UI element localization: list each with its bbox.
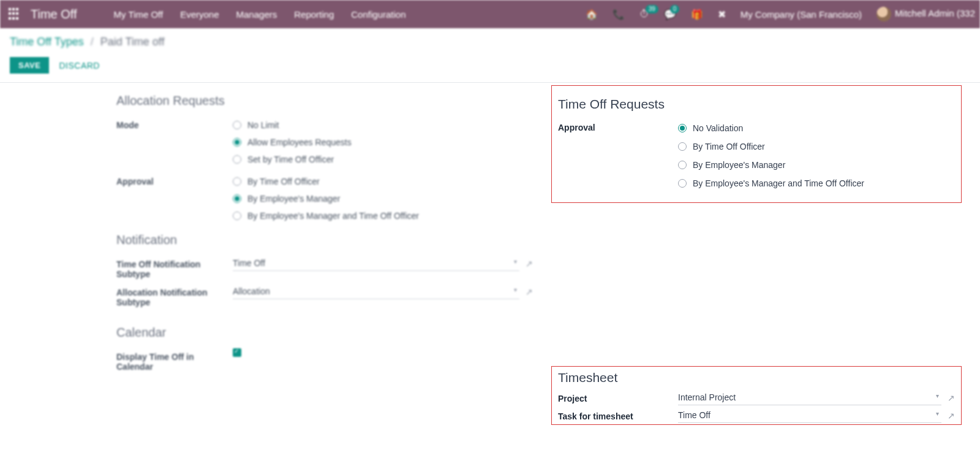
highlight-time-off-requests: Time Off Requests Approval No Validation… (551, 85, 962, 203)
timer-badge: 39 (646, 5, 658, 13)
input-notif-timeoff[interactable]: Time Off (233, 256, 519, 271)
radio-alloc-by-officer[interactable]: By Time Off Officer (233, 173, 533, 190)
radio-allow-employees[interactable]: Allow Employees Requests (233, 134, 533, 151)
chat-icon[interactable]: 💬0 (664, 9, 676, 20)
nav-managers[interactable]: Managers (236, 9, 277, 20)
highlight-timesheet: Timesheet Project Internal Project ↗ Tas… (551, 366, 962, 425)
control-panel: Time Off Types / Paid Time off SAVE DISC… (0, 28, 980, 78)
discard-button[interactable]: DISCARD (59, 61, 100, 71)
radio-by-manager[interactable]: By Employee's Manager (678, 156, 955, 174)
label-mode: Mode (116, 116, 233, 130)
top-nav: Time Off My Time Off Everyone Managers R… (0, 0, 980, 28)
label-project: Project (558, 390, 678, 403)
label-request-approval: Approval (558, 119, 678, 132)
avatar (876, 7, 891, 21)
left-column: Allocation Requests Mode No Limit Allow … (116, 85, 533, 437)
company-switcher[interactable]: My Company (San Francisco) (741, 9, 862, 20)
user-menu[interactable]: Mitchell Admin (332 (876, 7, 975, 21)
home-icon[interactable]: 🏠 (586, 9, 598, 20)
apps-icon[interactable] (9, 8, 21, 20)
section-timesheet: Timesheet (558, 370, 955, 385)
form-body: Allocation Requests Mode No Limit Allow … (0, 83, 980, 437)
breadcrumb: Time Off Types / Paid Time off (10, 36, 970, 48)
radio-alloc-by-manager[interactable]: By Employee's Manager (233, 190, 533, 207)
input-project[interactable]: Internal Project (678, 390, 941, 405)
breadcrumb-parent[interactable]: Time Off Types (10, 36, 84, 48)
right-column: Time Off Requests Approval No Validation… (551, 85, 980, 437)
label-alloc-approval: Approval (116, 173, 233, 186)
nav-right: 🏠 📞 ⏱39 💬0 🎁 ✖ My Company (San Francisco… (586, 7, 975, 21)
nav-menu: My Time Off Everyone Managers Reporting … (114, 9, 406, 20)
nav-reporting[interactable]: Reporting (294, 9, 334, 20)
save-button[interactable]: SAVE (10, 57, 49, 74)
nav-everyone[interactable]: Everyone (180, 9, 219, 20)
chat-badge: 0 (670, 5, 680, 13)
phone-icon[interactable]: 📞 (612, 9, 625, 20)
label-display-calendar: Display Time Off in Calendar (116, 348, 233, 372)
app-title[interactable]: Time Off (31, 7, 77, 21)
label-notif-timeoff: Time Off Notification Subtype (116, 256, 233, 279)
section-notification: Notification (116, 233, 533, 247)
external-link-icon[interactable]: ↗ (526, 287, 533, 297)
radio-by-officer[interactable]: By Time Off Officer (678, 137, 955, 156)
nav-my-time-off[interactable]: My Time Off (114, 9, 164, 20)
breadcrumb-current: Paid Time off (100, 36, 165, 48)
nav-configuration[interactable]: Configuration (351, 9, 405, 20)
close-icon[interactable]: ✖ (718, 9, 726, 20)
radio-no-validation[interactable]: No Validation (678, 119, 955, 137)
external-link-icon[interactable]: ↗ (948, 393, 955, 403)
section-time-off-requests: Time Off Requests (558, 97, 955, 112)
input-task[interactable]: Time Off (678, 408, 941, 423)
radio-alloc-by-both[interactable]: By Employee's Manager and Time Off Offic… (233, 207, 533, 224)
checkbox-display-calendar[interactable] (233, 348, 241, 357)
label-notif-allocation: Allocation Notification Subtype (116, 284, 233, 307)
label-task: Task for timesheet (558, 408, 678, 421)
section-allocation-requests: Allocation Requests (116, 94, 533, 108)
input-notif-allocation[interactable]: Allocation (233, 284, 519, 299)
external-link-icon[interactable]: ↗ (948, 411, 955, 421)
radio-no-limit[interactable]: No Limit (233, 116, 533, 134)
timer-icon[interactable]: ⏱39 (639, 9, 649, 20)
gift-icon[interactable]: 🎁 (691, 9, 703, 20)
external-link-icon[interactable]: ↗ (526, 259, 533, 269)
section-calendar: Calendar (116, 326, 533, 340)
radio-set-by-officer[interactable]: Set by Time Off Officer (233, 151, 533, 168)
radio-by-both[interactable]: By Employee's Manager and Time Off Offic… (678, 174, 955, 193)
